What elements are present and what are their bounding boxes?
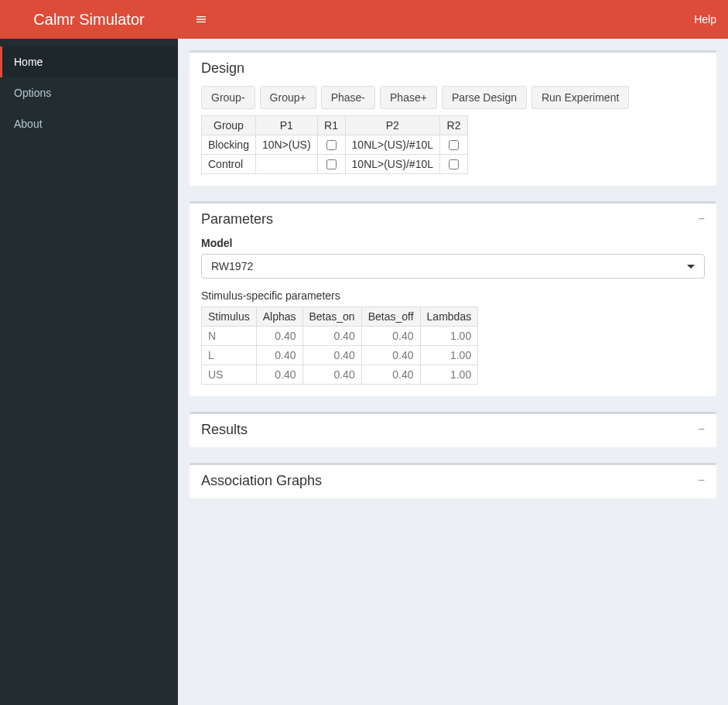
table-row: Blocking 10N>(US) 10NL>(US)/#10L bbox=[202, 135, 468, 155]
table-row: L 0.40 0.40 0.40 1.00 bbox=[202, 346, 478, 365]
cell-alphas[interactable]: 0.40 bbox=[256, 327, 302, 346]
cell-lambdas[interactable]: 1.00 bbox=[420, 327, 478, 346]
cell-stim[interactable]: US bbox=[202, 365, 257, 385]
cell-stim[interactable]: L bbox=[202, 346, 257, 365]
cell-lambdas[interactable]: 1.00 bbox=[420, 365, 478, 385]
cell-betas-on[interactable]: 0.40 bbox=[302, 327, 361, 346]
cell-stim[interactable]: N bbox=[202, 327, 257, 346]
sidebar-item-label: Options bbox=[14, 87, 51, 99]
cell-betas-on[interactable]: 0.40 bbox=[302, 365, 361, 385]
run-experiment-button[interactable]: Run Experiment bbox=[531, 86, 629, 109]
r2-checkbox[interactable] bbox=[449, 140, 459, 150]
col-betas-off: Betas_off bbox=[361, 307, 420, 327]
parameters-table: Stimulus Alphas Betas_on Betas_off Lambd… bbox=[201, 306, 478, 385]
col-lambdas: Lambdas bbox=[420, 307, 478, 327]
table-row: US 0.40 0.40 0.40 1.00 bbox=[202, 365, 478, 385]
minus-icon[interactable]: − bbox=[698, 213, 705, 225]
minus-icon[interactable]: − bbox=[698, 423, 705, 436]
group-minus-button[interactable]: Group- bbox=[201, 86, 255, 109]
design-title: Design bbox=[201, 60, 705, 77]
sidebar: Home Options About bbox=[0, 39, 178, 705]
table-row: Control 10NL>(US)/#10L bbox=[202, 155, 468, 174]
cell-alphas[interactable]: 0.40 bbox=[256, 365, 302, 385]
chevron-down-icon bbox=[687, 265, 695, 269]
col-p2: P2 bbox=[345, 116, 439, 135]
cell-betas-on[interactable]: 0.40 bbox=[302, 346, 361, 365]
cell-r1 bbox=[317, 155, 345, 174]
cell-betas-off[interactable]: 0.40 bbox=[361, 365, 420, 385]
design-box: Design Group- Group+ Phase- Phase+ Parse… bbox=[190, 50, 716, 186]
results-box: Results − bbox=[190, 412, 716, 447]
parse-design-button[interactable]: Parse Design bbox=[442, 86, 527, 109]
minus-icon[interactable]: − bbox=[698, 474, 705, 487]
app-logo: Calmr Simulator bbox=[0, 0, 178, 39]
cell-p2[interactable]: 10NL>(US)/#10L bbox=[345, 135, 439, 155]
col-betas-on: Betas_on bbox=[302, 307, 361, 327]
cell-r1 bbox=[317, 135, 345, 155]
r2-checkbox[interactable] bbox=[449, 159, 459, 169]
graphs-title: Association Graphs bbox=[201, 473, 705, 489]
col-stimulus: Stimulus bbox=[202, 307, 257, 327]
model-value: RW1972 bbox=[211, 260, 253, 272]
cell-betas-off[interactable]: 0.40 bbox=[361, 327, 420, 346]
sidebar-item-options[interactable]: Options bbox=[0, 77, 178, 108]
r1-checkbox[interactable] bbox=[326, 159, 337, 169]
phase-plus-button[interactable]: Phase+ bbox=[380, 86, 437, 109]
cell-r2 bbox=[440, 135, 468, 155]
parameters-box: Parameters − Model RW1972 Stimulus-speci… bbox=[190, 201, 716, 396]
table-row: N 0.40 0.40 0.40 1.00 bbox=[202, 327, 478, 346]
design-button-row: Group- Group+ Phase- Phase+ Parse Design… bbox=[201, 86, 705, 109]
navbar: Help bbox=[178, 0, 728, 39]
cell-alphas[interactable]: 0.40 bbox=[256, 346, 302, 365]
r1-checkbox[interactable] bbox=[326, 140, 337, 150]
col-alphas: Alphas bbox=[256, 307, 302, 327]
sidebar-item-label: About bbox=[14, 118, 43, 130]
model-label: Model bbox=[201, 237, 705, 249]
col-p1: P1 bbox=[255, 116, 317, 135]
col-group: Group bbox=[202, 116, 256, 135]
sidebar-item-home[interactable]: Home bbox=[0, 46, 178, 77]
col-r2: R2 bbox=[440, 116, 468, 135]
phase-minus-button[interactable]: Phase- bbox=[321, 86, 375, 109]
stimulus-label: Stimulus-specific parameters bbox=[201, 289, 705, 302]
sidebar-item-label: Home bbox=[14, 56, 43, 68]
cell-lambdas[interactable]: 1.00 bbox=[420, 346, 478, 365]
design-table: Group P1 R1 P2 R2 Blocking 10N>(US) 10NL… bbox=[201, 115, 468, 174]
main-header: Calmr Simulator Help bbox=[0, 0, 728, 39]
col-r1: R1 bbox=[317, 116, 345, 135]
parameters-title: Parameters bbox=[201, 211, 705, 228]
cell-p2[interactable]: 10NL>(US)/#10L bbox=[345, 155, 439, 174]
help-link[interactable]: Help bbox=[694, 13, 716, 26]
hamburger-icon[interactable] bbox=[190, 8, 213, 31]
cell-betas-off[interactable]: 0.40 bbox=[361, 346, 420, 365]
group-plus-button[interactable]: Group+ bbox=[260, 86, 316, 109]
graphs-box: Association Graphs − bbox=[190, 463, 716, 498]
app-title: Calmr Simulator bbox=[33, 11, 144, 29]
sidebar-item-about[interactable]: About bbox=[0, 108, 178, 139]
cell-group[interactable]: Control bbox=[202, 155, 256, 174]
content: Design Group- Group+ Phase- Phase+ Parse… bbox=[178, 39, 728, 705]
cell-group[interactable]: Blocking bbox=[202, 135, 256, 155]
cell-r2 bbox=[440, 155, 468, 174]
results-title: Results bbox=[201, 422, 705, 438]
cell-p1[interactable] bbox=[255, 155, 317, 174]
cell-p1[interactable]: 10N>(US) bbox=[255, 135, 317, 155]
model-select[interactable]: RW1972 bbox=[201, 254, 705, 279]
